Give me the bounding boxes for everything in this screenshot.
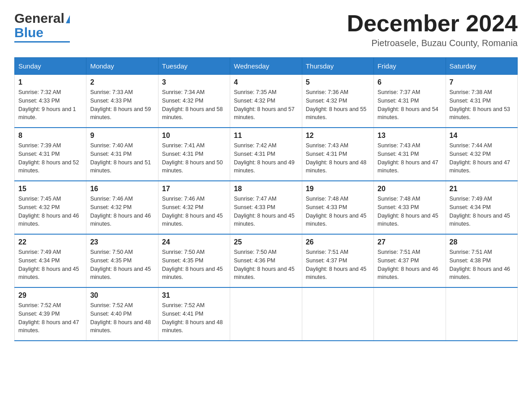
day-info: Sunrise: 7:43 AMSunset: 4:31 PMDaylight:… bbox=[306, 142, 367, 174]
calendar-cell: 14 Sunrise: 7:44 AMSunset: 4:32 PMDaylig… bbox=[446, 128, 517, 181]
calendar-cell: 26 Sunrise: 7:51 AMSunset: 4:37 PMDaylig… bbox=[302, 234, 373, 287]
day-number: 8 bbox=[18, 132, 82, 140]
month-title: December 2024 bbox=[347, 11, 518, 36]
day-info: Sunrise: 7:51 AMSunset: 4:38 PMDaylight:… bbox=[450, 249, 511, 280]
calendar-cell: 29 Sunrise: 7:52 AMSunset: 4:39 PMDaylig… bbox=[15, 287, 86, 341]
day-info: Sunrise: 7:40 AMSunset: 4:31 PMDaylight:… bbox=[90, 142, 151, 174]
day-info: Sunrise: 7:50 AMSunset: 4:35 PMDaylight:… bbox=[90, 249, 151, 280]
day-info: Sunrise: 7:47 AMSunset: 4:33 PMDaylight:… bbox=[234, 196, 295, 227]
header-wednesday: Wednesday bbox=[230, 58, 302, 75]
header-monday: Monday bbox=[86, 58, 158, 75]
calendar-cell: 2 Sunrise: 7:33 AMSunset: 4:33 PMDayligh… bbox=[86, 75, 158, 128]
day-number: 10 bbox=[162, 132, 226, 140]
day-info: Sunrise: 7:48 AMSunset: 4:33 PMDaylight:… bbox=[378, 196, 438, 227]
day-number: 3 bbox=[162, 78, 226, 86]
day-info: Sunrise: 7:46 AMSunset: 4:32 PMDaylight:… bbox=[90, 196, 151, 227]
calendar-cell: 23 Sunrise: 7:50 AMSunset: 4:35 PMDaylig… bbox=[86, 234, 158, 287]
header-friday: Friday bbox=[374, 58, 446, 75]
day-info: Sunrise: 7:46 AMSunset: 4:32 PMDaylight:… bbox=[162, 196, 223, 227]
calendar-cell: 13 Sunrise: 7:43 AMSunset: 4:31 PMDaylig… bbox=[374, 128, 446, 181]
day-number: 27 bbox=[378, 238, 442, 246]
header-tuesday: Tuesday bbox=[158, 58, 230, 75]
day-info: Sunrise: 7:44 AMSunset: 4:32 PMDaylight:… bbox=[450, 142, 511, 174]
calendar-cell: 9 Sunrise: 7:40 AMSunset: 4:31 PMDayligh… bbox=[86, 128, 158, 181]
day-info: Sunrise: 7:51 AMSunset: 4:37 PMDaylight:… bbox=[306, 249, 367, 280]
day-number: 19 bbox=[306, 185, 370, 193]
calendar-week-row: 1 Sunrise: 7:32 AMSunset: 4:33 PMDayligh… bbox=[15, 75, 518, 128]
day-info: Sunrise: 7:52 AMSunset: 4:40 PMDaylight:… bbox=[90, 302, 151, 334]
calendar-cell: 6 Sunrise: 7:37 AMSunset: 4:31 PMDayligh… bbox=[374, 75, 446, 128]
day-number: 26 bbox=[306, 238, 370, 246]
day-number: 29 bbox=[18, 291, 82, 300]
logo-underline bbox=[14, 41, 70, 43]
day-number: 2 bbox=[90, 78, 154, 86]
day-number: 21 bbox=[450, 185, 514, 193]
calendar-cell: 12 Sunrise: 7:43 AMSunset: 4:31 PMDaylig… bbox=[302, 128, 373, 181]
calendar-cell bbox=[446, 287, 517, 341]
day-info: Sunrise: 7:52 AMSunset: 4:39 PMDaylight:… bbox=[18, 302, 79, 334]
day-info: Sunrise: 7:43 AMSunset: 4:31 PMDaylight:… bbox=[378, 142, 438, 174]
day-number: 22 bbox=[18, 238, 82, 246]
day-info: Sunrise: 7:35 AMSunset: 4:32 PMDaylight:… bbox=[234, 89, 295, 120]
calendar-cell: 25 Sunrise: 7:50 AMSunset: 4:36 PMDaylig… bbox=[230, 234, 302, 287]
calendar-header-row: SundayMondayTuesdayWednesdayThursdayFrid… bbox=[15, 58, 518, 75]
day-number: 1 bbox=[18, 78, 82, 86]
day-number: 31 bbox=[162, 291, 226, 300]
calendar-cell: 16 Sunrise: 7:46 AMSunset: 4:32 PMDaylig… bbox=[86, 181, 158, 234]
logo-blue: Blue bbox=[14, 25, 43, 40]
day-number: 14 bbox=[450, 132, 514, 140]
calendar-cell bbox=[302, 287, 373, 341]
day-number: 9 bbox=[90, 132, 154, 140]
day-number: 4 bbox=[234, 78, 298, 86]
calendar-cell: 30 Sunrise: 7:52 AMSunset: 4:40 PMDaylig… bbox=[86, 287, 158, 341]
day-number: 7 bbox=[450, 78, 514, 86]
day-number: 12 bbox=[306, 132, 370, 140]
calendar-week-row: 29 Sunrise: 7:52 AMSunset: 4:39 PMDaylig… bbox=[15, 287, 518, 341]
calendar-cell bbox=[230, 287, 302, 341]
day-info: Sunrise: 7:34 AMSunset: 4:32 PMDaylight:… bbox=[162, 89, 223, 120]
calendar-cell: 10 Sunrise: 7:41 AMSunset: 4:31 PMDaylig… bbox=[158, 128, 230, 181]
header-saturday: Saturday bbox=[446, 58, 517, 75]
day-number: 6 bbox=[378, 78, 442, 86]
day-number: 20 bbox=[378, 185, 442, 193]
calendar-week-row: 15 Sunrise: 7:45 AMSunset: 4:32 PMDaylig… bbox=[15, 181, 518, 234]
calendar-week-row: 22 Sunrise: 7:49 AMSunset: 4:34 PMDaylig… bbox=[15, 234, 518, 287]
day-info: Sunrise: 7:41 AMSunset: 4:31 PMDaylight:… bbox=[162, 142, 223, 174]
calendar-cell: 22 Sunrise: 7:49 AMSunset: 4:34 PMDaylig… bbox=[15, 234, 86, 287]
day-info: Sunrise: 7:52 AMSunset: 4:41 PMDaylight:… bbox=[162, 302, 223, 334]
day-number: 24 bbox=[162, 238, 226, 246]
day-number: 11 bbox=[234, 132, 298, 140]
calendar-cell: 24 Sunrise: 7:50 AMSunset: 4:35 PMDaylig… bbox=[158, 234, 230, 287]
calendar-cell: 15 Sunrise: 7:45 AMSunset: 4:32 PMDaylig… bbox=[15, 181, 86, 234]
day-number: 28 bbox=[450, 238, 514, 246]
location-subtitle: Pietroasele, Buzau County, Romania bbox=[347, 38, 518, 48]
header-sunday: Sunday bbox=[15, 58, 86, 75]
calendar-table: SundayMondayTuesdayWednesdayThursdayFrid… bbox=[14, 57, 518, 341]
day-number: 30 bbox=[90, 291, 154, 300]
calendar-cell: 28 Sunrise: 7:51 AMSunset: 4:38 PMDaylig… bbox=[446, 234, 517, 287]
logo: General Blue bbox=[14, 11, 70, 43]
day-info: Sunrise: 7:49 AMSunset: 4:34 PMDaylight:… bbox=[18, 249, 79, 280]
calendar-cell: 20 Sunrise: 7:48 AMSunset: 4:33 PMDaylig… bbox=[374, 181, 446, 234]
day-number: 13 bbox=[378, 132, 442, 140]
day-info: Sunrise: 7:42 AMSunset: 4:31 PMDaylight:… bbox=[234, 142, 295, 174]
day-number: 18 bbox=[234, 185, 298, 193]
day-info: Sunrise: 7:38 AMSunset: 4:31 PMDaylight:… bbox=[450, 89, 511, 120]
day-number: 16 bbox=[90, 185, 154, 193]
day-info: Sunrise: 7:51 AMSunset: 4:37 PMDaylight:… bbox=[378, 249, 438, 280]
calendar-cell: 27 Sunrise: 7:51 AMSunset: 4:37 PMDaylig… bbox=[374, 234, 446, 287]
day-info: Sunrise: 7:33 AMSunset: 4:33 PMDaylight:… bbox=[90, 89, 151, 120]
day-number: 25 bbox=[234, 238, 298, 246]
calendar-cell: 8 Sunrise: 7:39 AMSunset: 4:31 PMDayligh… bbox=[15, 128, 86, 181]
calendar-cell: 18 Sunrise: 7:47 AMSunset: 4:33 PMDaylig… bbox=[230, 181, 302, 234]
day-info: Sunrise: 7:36 AMSunset: 4:32 PMDaylight:… bbox=[306, 89, 367, 120]
calendar-cell: 21 Sunrise: 7:49 AMSunset: 4:34 PMDaylig… bbox=[446, 181, 517, 234]
calendar-cell bbox=[374, 287, 446, 341]
page-header: General Blue December 2024 Pietroasele, … bbox=[14, 11, 518, 48]
day-number: 5 bbox=[306, 78, 370, 86]
calendar-cell: 3 Sunrise: 7:34 AMSunset: 4:32 PMDayligh… bbox=[158, 75, 230, 128]
calendar-cell: 19 Sunrise: 7:48 AMSunset: 4:33 PMDaylig… bbox=[302, 181, 373, 234]
calendar-cell: 17 Sunrise: 7:46 AMSunset: 4:32 PMDaylig… bbox=[158, 181, 230, 234]
day-number: 23 bbox=[90, 238, 154, 246]
calendar-cell: 31 Sunrise: 7:52 AMSunset: 4:41 PMDaylig… bbox=[158, 287, 230, 341]
